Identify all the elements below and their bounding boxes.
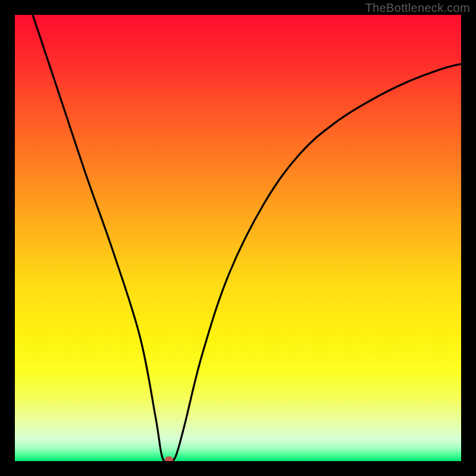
curve-svg (15, 15, 461, 461)
chart-frame: TheBottleneck.com (0, 0, 476, 476)
plot-area (15, 15, 461, 461)
watermark-text: TheBottleneck.com (365, 1, 470, 15)
bottleneck-curve-path (33, 15, 461, 461)
minimum-marker (165, 456, 173, 461)
